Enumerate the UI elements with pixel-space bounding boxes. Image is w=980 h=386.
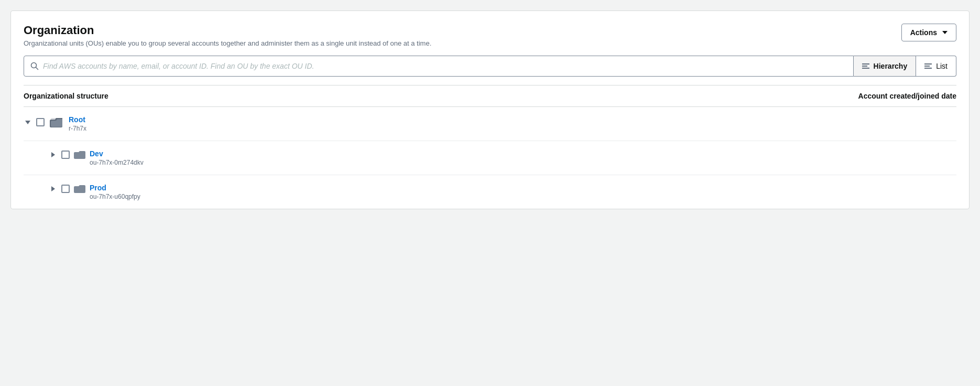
root-name-link[interactable]: Root [69, 115, 86, 124]
col-date-header: Account created/joined date [858, 92, 956, 100]
hierarchy-label: Hierarchy [874, 62, 908, 70]
root-folder-icon [49, 115, 64, 129]
root-checkbox[interactable] [36, 118, 45, 126]
search-input[interactable] [43, 62, 847, 70]
chevron-down-icon [942, 31, 948, 34]
prod-expand-button[interactable] [49, 185, 57, 193]
search-icon [30, 62, 39, 70]
expand-right-icon-prod [51, 186, 55, 191]
dev-info: Dev ou-7h7x-0m274dkv [90, 149, 144, 166]
header-left: Organization Organizational units (OUs) … [24, 24, 431, 47]
expand-right-icon [51, 152, 55, 157]
page-description: Organizational units (OUs) enable you to… [24, 39, 431, 47]
prod-controls [49, 184, 85, 194]
root-id: r-7h7x [69, 125, 86, 132]
list-label: List [936, 62, 948, 70]
search-toolbar: Hierarchy List [24, 56, 956, 77]
dev-folder-icon [74, 149, 85, 160]
tree-row-dev: Dev ou-7h7x-0m274dkv [24, 141, 956, 175]
tree-row-prod: Prod ou-7h7x-u60qpfpy [24, 175, 956, 209]
tree-row-root: Root r-7h7x [24, 107, 956, 141]
prod-id: ou-7h7x-u60qpfpy [90, 193, 140, 200]
tree-area: Root r-7h7x Dev ou-7h7x-0m274d [24, 107, 956, 209]
svg-line-1 [36, 68, 38, 70]
prod-checkbox[interactable] [61, 185, 70, 193]
dev-controls [49, 149, 85, 160]
root-info: Root r-7h7x [69, 115, 86, 132]
col-structure-header: Organizational structure [24, 92, 108, 100]
actions-label: Actions [910, 28, 937, 37]
hierarchy-icon [862, 63, 869, 69]
organization-panel: Organization Organizational units (OUs) … [10, 10, 970, 209]
prod-info: Prod ou-7h7x-u60qpfpy [90, 184, 140, 200]
dev-expand-button[interactable] [49, 151, 57, 159]
prod-folder-icon [74, 184, 85, 194]
view-toggle: Hierarchy List [854, 56, 956, 77]
list-icon [924, 63, 932, 69]
root-expand-button[interactable] [24, 118, 32, 126]
list-view-button[interactable]: List [916, 56, 956, 77]
search-wrapper [24, 56, 854, 77]
dev-name-link[interactable]: Dev [90, 149, 144, 158]
table-header: Organizational structure Account created… [24, 85, 956, 107]
dev-checkbox[interactable] [61, 151, 70, 159]
dev-id: ou-7h7x-0m274dkv [90, 159, 144, 166]
expand-down-icon [25, 121, 30, 124]
actions-button[interactable]: Actions [901, 24, 956, 41]
header-row: Organization Organizational units (OUs) … [24, 24, 956, 47]
page-title: Organization [24, 24, 431, 37]
prod-name-link[interactable]: Prod [90, 184, 140, 192]
root-controls [24, 115, 64, 129]
hierarchy-view-button[interactable]: Hierarchy [854, 56, 917, 77]
